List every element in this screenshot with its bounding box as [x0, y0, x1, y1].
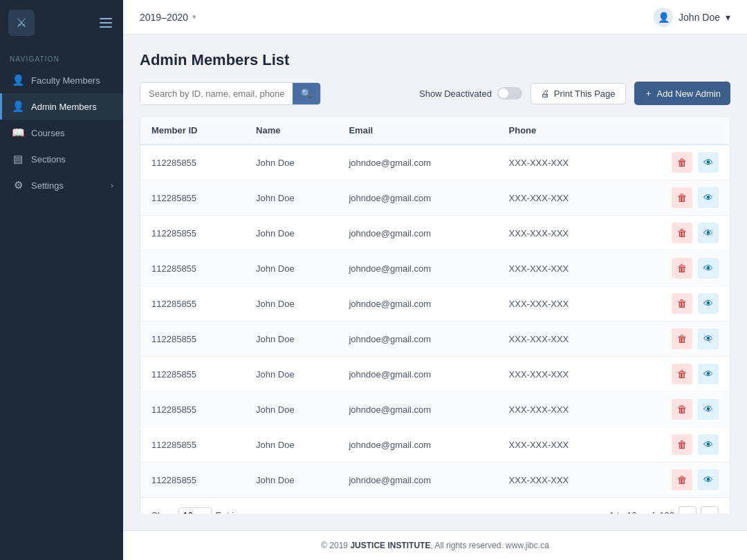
cell-name: John Doe [245, 286, 338, 321]
nav-icon-faculty-members: 👤 [12, 74, 24, 86]
table-row: 112285855 John Doe johndoe@gmail.com XXX… [140, 216, 730, 251]
delete-button[interactable]: 🗑 [672, 223, 692, 243]
user-chevron-icon: ▾ [726, 12, 730, 23]
cell-email: johndoe@gmail.com [338, 427, 497, 463]
search-button[interactable]: 🔍 [293, 83, 320, 104]
year-chevron-icon: ▾ [192, 12, 196, 21]
cell-actions: 🗑 👁 [624, 286, 730, 321]
footer-text: © 2019 JUSTICE INSTITUTE, All rights res… [321, 541, 549, 550]
sidebar-item-settings[interactable]: ⚙ Settings › [0, 172, 123, 198]
cell-name: John Doe [245, 251, 338, 286]
show-entries: Show 102550100 Entries [151, 507, 243, 514]
delete-button[interactable]: 🗑 [672, 328, 692, 349]
next-page-button[interactable]: › [701, 506, 719, 514]
cell-actions: 🗑 👁 [624, 392, 730, 427]
col-email: Email [338, 117, 497, 144]
show-deactivated-label: Show Deactivated [419, 88, 492, 99]
add-admin-button[interactable]: ＋ Add New Admin [634, 82, 731, 105]
page-content: Admin Members List 🔍 Show Deactivated 🖨 … [123, 35, 747, 514]
view-button[interactable]: 👁 [698, 469, 719, 490]
search-wrapper: 🔍 [140, 82, 321, 105]
cell-email: johndoe@gmail.com [338, 251, 497, 286]
cell-name: John Doe [245, 144, 338, 180]
pagination-range: 1 to 10 – of [609, 510, 654, 514]
view-button[interactable]: 👁 [698, 434, 719, 455]
admin-table-container: Member ID Name Email Phone 112285855 Joh… [140, 116, 730, 514]
table-body: 112285855 John Doe johndoe@gmail.com XXX… [140, 144, 730, 497]
table-head: Member ID Name Email Phone [140, 117, 730, 144]
sidebar-item-courses[interactable]: 📖 Courses [0, 120, 123, 146]
show-deactivated-toggle: Show Deactivated [419, 87, 522, 100]
cell-email: johndoe@gmail.com [338, 392, 497, 427]
table-header-row: Member ID Name Email Phone [140, 117, 730, 144]
delete-button[interactable]: 🗑 [672, 364, 692, 384]
user-avatar-icon: 👤 [654, 8, 673, 27]
cell-email: johndoe@gmail.com [338, 321, 497, 357]
cell-phone: XXX-XXX-XXX [498, 427, 624, 463]
view-button[interactable]: 👁 [698, 399, 719, 420]
cell-member-id: 112285855 [140, 427, 245, 463]
table-row: 112285855 John Doe johndoe@gmail.com XXX… [140, 144, 730, 180]
delete-button[interactable]: 🗑 [672, 434, 692, 455]
cell-email: johndoe@gmail.com [338, 357, 497, 392]
cell-phone: XXX-XXX-XXX [498, 357, 624, 392]
add-label: Add New Admin [657, 88, 721, 99]
delete-button[interactable]: 🗑 [672, 399, 692, 420]
entries-select[interactable]: 102550100 [178, 507, 212, 514]
cell-member-id: 112285855 [140, 321, 245, 357]
table-row: 112285855 John Doe johndoe@gmail.com XXX… [140, 180, 730, 216]
admin-table: Member ID Name Email Phone 112285855 Joh… [140, 117, 730, 497]
delete-button[interactable]: 🗑 [672, 293, 692, 314]
cell-email: johndoe@gmail.com [338, 463, 497, 498]
show-label: Show [151, 510, 174, 514]
view-button[interactable]: 👁 [698, 258, 719, 279]
cell-name: John Doe [245, 463, 338, 498]
pagination-info-text: 1 to 10 – of 100 [609, 510, 674, 514]
nav-label-admin-members: Admin Members [31, 102, 97, 112]
pagination-bar: Show 102550100 Entries 1 to 10 – of 100 … [140, 497, 730, 514]
cell-name: John Doe [245, 216, 338, 251]
cell-member-id: 112285855 [140, 180, 245, 216]
col-actions [624, 117, 730, 144]
delete-button[interactable]: 🗑 [672, 152, 692, 173]
sidebar-item-sections[interactable]: ▤ Sections [0, 146, 123, 172]
view-button[interactable]: 👁 [698, 364, 719, 384]
deactivated-toggle-switch[interactable] [497, 87, 522, 100]
cell-name: John Doe [245, 357, 338, 392]
user-name: John Doe [679, 12, 720, 23]
nav-icon-admin-members: 👤 [12, 100, 24, 113]
cell-actions: 🗑 👁 [624, 144, 730, 180]
search-icon: 🔍 [301, 88, 312, 99]
table-row: 112285855 John Doe johndoe@gmail.com XXX… [140, 392, 730, 427]
col-name: Name [245, 117, 338, 144]
sidebar-item-admin-members[interactable]: 👤 Admin Members [0, 93, 123, 120]
search-input[interactable] [140, 83, 293, 104]
delete-button[interactable]: 🗑 [672, 469, 692, 490]
year-selector[interactable]: 2019–2020 ▾ [140, 12, 196, 23]
toolbar: 🔍 Show Deactivated 🖨 Print This Page ＋ A… [140, 82, 730, 105]
delete-button[interactable]: 🗑 [672, 258, 692, 279]
footer-brand: JUSTICE INSTITUTE [350, 541, 430, 550]
view-button[interactable]: 👁 [698, 152, 719, 173]
cell-phone: XXX-XXX-XXX [498, 144, 624, 180]
nav-icon-settings: ⚙ [12, 179, 24, 192]
user-menu[interactable]: 👤 John Doe ▾ [654, 8, 730, 27]
view-button[interactable]: 👁 [698, 187, 719, 208]
nav-icon-courses: 📖 [12, 127, 24, 139]
delete-button[interactable]: 🗑 [672, 187, 692, 208]
print-button[interactable]: 🖨 Print This Page [531, 83, 626, 104]
main-area: 2019–2020 ▾ 👤 John Doe ▾ Admin Members L… [123, 0, 747, 560]
view-button[interactable]: 👁 [698, 328, 719, 349]
logo-icon: ⚔ [8, 10, 35, 36]
view-button[interactable]: 👁 [698, 223, 719, 243]
cell-email: johndoe@gmail.com [338, 180, 497, 216]
add-icon: ＋ [644, 87, 653, 100]
view-button[interactable]: 👁 [698, 293, 719, 314]
page-info: 1 to 10 – of 100 ‹ › [609, 506, 719, 514]
prev-page-button[interactable]: ‹ [679, 506, 697, 514]
print-label: Print This Page [554, 88, 616, 99]
sidebar-item-faculty-members[interactable]: 👤 Faculty Members [0, 67, 123, 93]
hamburger-button[interactable] [97, 15, 115, 30]
cell-name: John Doe [245, 392, 338, 427]
nav-chevron-icon: › [111, 181, 113, 189]
